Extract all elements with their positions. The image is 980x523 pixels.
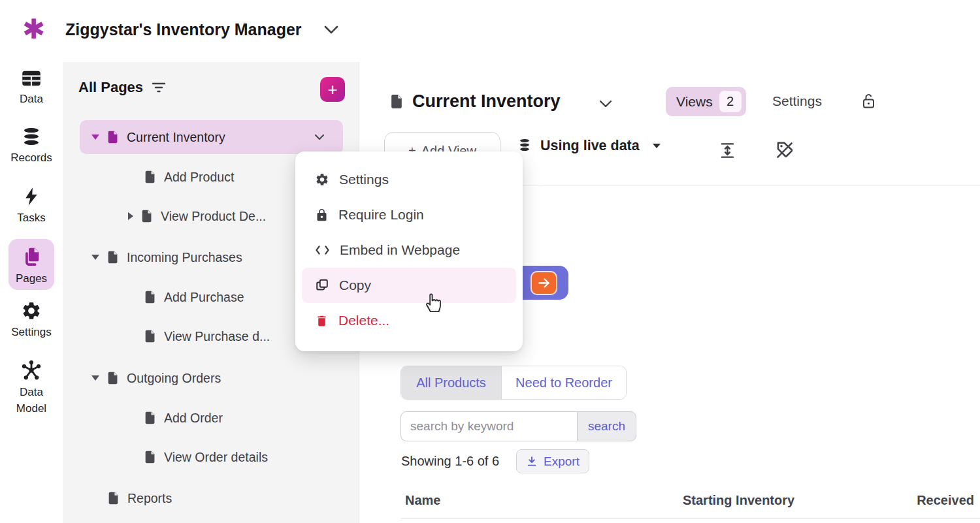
nav-item-label: Pages — [16, 271, 47, 287]
caret-down-icon[interactable] — [91, 255, 99, 260]
tree-item-label: Reports — [127, 491, 172, 506]
top-header: ✱ Ziggystar's Inventory Manager — [0, 0, 980, 62]
page-context-menu: Settings Require Login Embed in Webpage … — [295, 151, 523, 351]
search-input[interactable] — [400, 411, 577, 441]
tree-item-label: Add Purchase — [164, 290, 244, 305]
nav-item-records[interactable]: Records — [0, 126, 63, 166]
tree-item-label: Add Product — [164, 170, 234, 185]
page-icon — [106, 490, 121, 506]
nav-item-label: Data — [20, 91, 43, 108]
nav-item-data[interactable]: Data — [0, 69, 63, 108]
code-icon — [315, 244, 330, 256]
page-icon — [143, 169, 157, 185]
tree-item-label: Incoming Purchases — [127, 250, 242, 265]
menu-item-settings[interactable]: Settings — [302, 162, 516, 197]
page-title: Current Inventory — [412, 91, 561, 112]
add-page-button[interactable]: + — [320, 77, 345, 102]
lock-icon — [315, 208, 329, 222]
menu-item-require-login[interactable]: Require Login — [302, 197, 516, 232]
page-icon — [143, 449, 157, 465]
menu-item-label: Delete... — [338, 313, 389, 328]
views-count-badge: 2 — [719, 91, 742, 112]
chevron-down-icon[interactable] — [599, 100, 612, 108]
copy-icon — [315, 278, 329, 293]
app-title: Ziggystar's Inventory Manager — [65, 20, 302, 39]
download-icon — [526, 456, 538, 468]
lock-open-icon[interactable] — [860, 92, 876, 110]
menu-item-embed-in-webpage[interactable]: Embed in Webpage — [302, 232, 516, 268]
gear-icon — [21, 300, 42, 321]
caret-down-icon — [653, 144, 661, 148]
nav-item-label: Data Model — [8, 385, 54, 417]
left-nav-rail: Data Records Tasks Pages Settings Data M… — [0, 62, 63, 523]
nav-item-pages[interactable]: Pages — [0, 246, 63, 287]
nav-item-label: Tasks — [17, 210, 45, 227]
filter-icon[interactable] — [151, 81, 167, 94]
column-header-starting-inventory: Starting Inventory — [683, 493, 794, 508]
menu-item-label: Embed in Webpage — [340, 242, 460, 258]
tab-settings[interactable]: Settings — [772, 93, 822, 109]
tag-off-icon[interactable] — [775, 140, 794, 160]
chevron-down-icon[interactable] — [324, 25, 338, 34]
nav-item-label: Settings — [11, 325, 51, 341]
tree-item-outgoing-orders[interactable]: Outgoing Orders — [80, 361, 343, 395]
page-icon — [106, 129, 120, 145]
records-database-icon — [20, 126, 42, 147]
tasks-bolt-icon — [22, 186, 41, 207]
menu-item-label: Require Login — [338, 207, 424, 223]
gear-icon — [315, 172, 329, 187]
fit-height-icon[interactable] — [719, 142, 736, 159]
page-icon — [389, 93, 405, 110]
search-bar: search — [400, 411, 636, 441]
tab-need-to-reorder[interactable]: Need to Reorder — [502, 366, 626, 399]
page-icon — [143, 289, 157, 305]
page-icon — [143, 410, 157, 426]
app-root: ✱ Ziggystar's Inventory Manager Data Rec… — [0, 0, 980, 523]
caret-down-icon[interactable] — [91, 135, 99, 140]
page-icon — [106, 370, 120, 386]
app-logo-asterisk-icon[interactable]: ✱ — [22, 16, 45, 43]
menu-item-label: Settings — [339, 172, 389, 187]
tree-item-reports[interactable]: Reports — [80, 481, 343, 515]
export-button[interactable]: Export — [516, 449, 589, 473]
nav-item-data-model[interactable]: Data Model — [0, 359, 63, 417]
trash-icon — [315, 314, 329, 328]
chevron-down-icon[interactable] — [314, 134, 325, 140]
arrow-right-button[interactable] — [531, 271, 557, 295]
database-icon — [518, 137, 531, 154]
nav-item-tasks[interactable]: Tasks — [0, 186, 63, 227]
nav-item-settings[interactable]: Settings — [0, 300, 63, 341]
data-model-graph-icon — [20, 359, 42, 381]
live-data-selector[interactable]: Using live data — [518, 137, 661, 154]
data-table-icon — [20, 69, 42, 88]
nav-item-label: Records — [10, 150, 52, 166]
page-icon — [106, 249, 120, 265]
tree-item-label: Add Order — [164, 411, 223, 426]
column-header-name: Name — [405, 493, 440, 508]
tree-item-label: View Purchase d... — [164, 329, 270, 344]
showing-count-text: Showing 1-6 of 6 — [401, 454, 499, 469]
caret-down-icon[interactable] — [91, 375, 99, 381]
search-button[interactable]: search — [577, 411, 636, 441]
caret-right-icon[interactable] — [128, 212, 133, 220]
tree-item-label: View Order details — [164, 450, 268, 465]
menu-item-delete[interactable]: Delete... — [302, 303, 516, 338]
arrow-right-icon — [538, 278, 551, 288]
pages-icon — [20, 246, 42, 268]
menu-item-label: Copy — [339, 277, 371, 293]
live-data-label: Using live data — [540, 138, 640, 154]
tree-item-current-inventory[interactable]: Current Inventory — [80, 120, 343, 154]
tree-item-view-order-details[interactable]: View Order details — [80, 440, 343, 474]
column-header-received: Received — [917, 493, 974, 508]
menu-item-copy[interactable]: Copy — [302, 268, 516, 303]
pages-panel-title: All Pages — [78, 79, 143, 96]
preview-tab-group: All Products Need to Reorder — [400, 366, 627, 400]
tree-item-label: Current Inventory — [127, 130, 225, 145]
tree-item-label: View Product De... — [161, 209, 266, 224]
tab-all-products[interactable]: All Products — [401, 366, 502, 399]
tree-item-add-order[interactable]: Add Order — [80, 401, 343, 435]
views-badge[interactable]: Views 2 — [666, 87, 746, 116]
views-label: Views — [676, 94, 713, 110]
page-icon — [143, 328, 157, 344]
tree-item-label: Outgoing Orders — [127, 371, 221, 386]
